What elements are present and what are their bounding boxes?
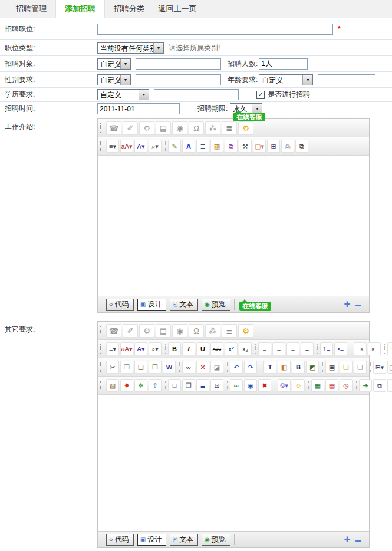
other-requirements-content[interactable]	[98, 395, 369, 531]
popup-window-icon[interactable]: ⧉	[373, 379, 386, 392]
insert-image-icon[interactable]: ▧	[106, 379, 119, 392]
phone-icon[interactable]: ☎	[106, 324, 121, 338]
copyright-icon[interactable]: ©▾	[278, 379, 291, 392]
eraser-icon[interactable]: ◪	[210, 361, 223, 374]
dropdown-arrow-icon[interactable]: ▼	[120, 75, 130, 85]
copy-icon[interactable]: ❐	[120, 361, 133, 374]
dropdown-arrow-icon[interactable]: ▼	[120, 59, 130, 69]
tools-icon[interactable]: ⚒	[239, 140, 252, 153]
documents-icon[interactable]: ❐	[182, 379, 195, 392]
remove-row-icon[interactable]: ▬	[353, 537, 363, 543]
gender-input[interactable]	[136, 74, 221, 85]
editor-tab-text[interactable]: ⎘ 文本	[170, 534, 198, 546]
web-link-icon[interactable]: ∞	[230, 379, 243, 392]
popup-window-icon[interactable]: ⧉	[295, 140, 308, 153]
toolbar-handle[interactable]	[100, 141, 103, 151]
dropdown-arrow-icon[interactable]: ▼	[139, 90, 149, 100]
outdent-icon[interactable]: ⇤	[368, 342, 381, 355]
tab-recruit-manage[interactable]: 招聘管理	[7, 0, 55, 18]
date-icon[interactable]: ▤	[325, 379, 338, 392]
superscript-icon[interactable]: x²	[225, 342, 238, 355]
up-anchor-icon[interactable]: ⇧	[149, 379, 162, 392]
recruit-enabled-checkbox[interactable]: ✓	[256, 91, 265, 99]
target-select[interactable]: 自定义 ▼	[97, 58, 131, 70]
settings-gear-icon[interactable]: ⚙	[238, 121, 253, 135]
toolbar-handle[interactable]	[100, 362, 103, 372]
line-spacing-icon[interactable]: ≡▾	[106, 140, 119, 153]
group-icon[interactable]: ⁂	[205, 324, 220, 338]
line-spacing-icon[interactable]: ≡▾	[106, 342, 119, 355]
headcount-input[interactable]	[259, 58, 308, 70]
indent-icon[interactable]: ⇥	[354, 342, 367, 355]
select-cursor-icon[interactable]: ↖	[387, 342, 392, 355]
headset-icon[interactable]: Ω	[189, 324, 204, 338]
unordered-list-icon[interactable]: •≡	[334, 342, 347, 355]
list-settings-icon[interactable]: ≣	[222, 324, 237, 338]
bring-front-icon[interactable]: ❏	[340, 361, 353, 374]
align-right-icon[interactable]: ≡	[286, 342, 299, 355]
job-type-select[interactable]: 当前没有任何类别 ▼	[97, 42, 164, 54]
zoom-icon[interactable]: ⌕▾	[149, 140, 162, 153]
online-service-badge[interactable]: 在线客服	[233, 113, 265, 121]
settings-gear-icon[interactable]: ⚙	[238, 324, 253, 338]
toolbar-handle[interactable]	[100, 344, 103, 354]
age-input[interactable]	[318, 74, 375, 85]
time-input[interactable]	[97, 103, 180, 114]
align-center-icon[interactable]: ≡	[272, 342, 285, 355]
table-icon[interactable]: ⊞	[267, 140, 280, 153]
remove-link-icon[interactable]: ✖	[258, 379, 271, 392]
underline-icon[interactable]: U	[196, 342, 209, 355]
tab-back-page[interactable]: 返回上一页	[153, 0, 202, 18]
table-menu-icon[interactable]: ⊞▾	[373, 361, 386, 374]
list-settings-icon[interactable]: ≣	[222, 121, 237, 135]
help-icon[interactable]: ?	[387, 379, 392, 392]
online-service-badge[interactable]: 在线客服	[239, 302, 271, 311]
editor-tab-design[interactable]: ▣ 设计	[137, 534, 166, 546]
find-icon[interactable]: ∞	[182, 361, 195, 374]
export-icon[interactable]: ➔	[359, 379, 372, 392]
marquee-text-icon[interactable]: ⊡	[210, 379, 223, 392]
font-size-icon[interactable]: A▾	[134, 342, 147, 355]
gender-select[interactable]: 自定义 ▼	[97, 74, 131, 85]
toolbar-handle[interactable]	[100, 326, 103, 335]
font-name-icon[interactable]: aA▾	[120, 140, 133, 153]
stamp-icon[interactable]: ✐	[123, 121, 138, 135]
target-input[interactable]	[136, 58, 221, 70]
tab-recruit-category[interactable]: 招聘分类	[105, 0, 153, 18]
stamp-icon[interactable]: ✐	[123, 324, 138, 338]
contrast-icon[interactable]: ◩	[306, 361, 319, 374]
align-left-icon[interactable]: ≡	[258, 342, 271, 355]
gear-outline-icon[interactable]: ⚙	[139, 121, 154, 135]
strikethrough-icon[interactable]: ABC	[210, 342, 223, 355]
redo-icon[interactable]: ↷	[244, 361, 257, 374]
flash-icon[interactable]: ✸	[120, 379, 133, 392]
clock-icon[interactable]: ◷	[340, 379, 353, 392]
gear-outline-icon[interactable]: ⚙	[139, 324, 154, 338]
font-size-icon[interactable]: A▾	[134, 140, 147, 153]
send-back-icon[interactable]: ❏	[354, 361, 367, 374]
editor-tab-code[interactable]: ‹› 代码	[106, 534, 134, 546]
editor-tab-code[interactable]: ‹› 代码	[106, 299, 134, 311]
marquee-icon[interactable]: ▢▾	[253, 140, 266, 153]
horizontal-rule-icon[interactable]: ≣	[196, 379, 209, 392]
toolbar-handle[interactable]	[100, 123, 103, 133]
bold-icon[interactable]: B	[168, 342, 181, 355]
panel-icon[interactable]: ▤	[156, 324, 171, 338]
import-table-icon[interactable]: ▦	[311, 379, 324, 392]
fill-color-icon[interactable]: ◧	[278, 361, 291, 374]
shapes-icon[interactable]: ⧉	[225, 140, 238, 153]
headset-icon[interactable]: Ω	[189, 121, 204, 135]
cut-icon[interactable]: ✂	[106, 361, 119, 374]
editor-tab-preview[interactable]: ◉ 预览	[202, 534, 230, 546]
emoticon-icon[interactable]: ☺	[292, 379, 305, 392]
group-icon[interactable]: ⁂	[205, 121, 220, 135]
education-input[interactable]	[154, 89, 239, 100]
paste-icon[interactable]: ❑	[134, 361, 147, 374]
paste-word-icon[interactable]: W	[163, 361, 176, 374]
undo-icon[interactable]: ↶	[230, 361, 243, 374]
globe-icon[interactable]: ◉	[172, 121, 187, 135]
note-edit-icon[interactable]: ✎	[168, 140, 181, 153]
italic-icon[interactable]: I	[182, 342, 195, 355]
toolbar-handle[interactable]	[100, 381, 103, 390]
sort-paragraph-icon[interactable]: ≣	[196, 140, 209, 153]
